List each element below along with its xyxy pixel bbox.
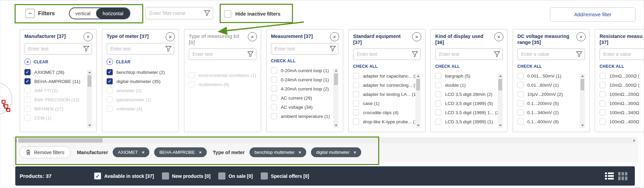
scroll-left-arrow[interactable] (15, 139, 17, 142)
checkbox[interactable] (353, 109, 359, 116)
scroll-up-arrow[interactable] (417, 75, 420, 77)
scroll-right-arrow[interactable] (633, 139, 635, 142)
filter-option-row[interactable]: 0.001...50mV (1) (517, 73, 578, 79)
toggle-available-in-stock[interactable]: ✓ Available in stock [37] (94, 172, 154, 180)
filter-option-row[interactable]: AIM-TTI (2) (24, 87, 85, 93)
vertical-scrollbar[interactable] (498, 74, 503, 128)
filter-option-row[interactable]: ✓AXIOMET (26) (24, 69, 85, 75)
checkbox[interactable] (162, 172, 169, 180)
filter-option-row[interactable]: 100mΩ...200Ω (600, 91, 644, 97)
toggle-special-offers[interactable]: Special offers [0] (261, 172, 309, 180)
filter-option-row[interactable]: AC current (29) (271, 95, 332, 101)
grid-view-icon[interactable] (618, 172, 627, 180)
scroll-down-arrow[interactable] (581, 125, 584, 126)
checkbox[interactable]: ✓ (24, 78, 31, 84)
checkbox[interactable] (435, 119, 441, 125)
checkbox[interactable] (271, 113, 277, 119)
close-icon[interactable]: × (248, 32, 257, 41)
filter-chip[interactable]: AXIOMET × (113, 147, 149, 157)
filter-option-row[interactable]: CEM (1) (24, 115, 85, 121)
filter-option-row[interactable]: crocodile clips (4) (353, 109, 414, 116)
filter-option-row[interactable]: drop-like K-type probe... (1) (353, 119, 414, 125)
scroll-thumb[interactable] (334, 74, 338, 85)
filter-option-row[interactable]: double (1) (435, 82, 496, 88)
checkbox[interactable] (517, 91, 523, 97)
filter-option-row[interactable]: adapter for testing LA... (1) (353, 91, 414, 97)
check-all-button[interactable]: CHECK ALL (271, 59, 338, 63)
chip-close-icon[interactable]: × (353, 150, 356, 155)
checkbox[interactable] (600, 91, 606, 97)
scroll-up-arrow[interactable] (88, 71, 91, 73)
filter-option-row[interactable]: 0.1...340mV (2) (517, 109, 578, 116)
vertical-scrollbar[interactable] (333, 68, 338, 128)
checkbox[interactable]: ✓ (107, 78, 113, 84)
filter-option-row[interactable]: ✓digital multimeter (35) (107, 78, 167, 84)
filter-option-row[interactable]: LCD 3,5 digit (1999) 1... (2) (435, 109, 496, 116)
vertical-scrollbar[interactable] (580, 74, 585, 128)
checkbox[interactable] (435, 109, 441, 116)
scroll-up-arrow[interactable] (335, 70, 337, 71)
filter-option-row[interactable]: 10mΩ...200Ω ( (600, 73, 644, 79)
checkbox[interactable] (517, 73, 523, 79)
filter-chip[interactable]: benchtop multimeter × (250, 147, 306, 157)
filter-column-search-input[interactable] (435, 48, 503, 60)
close-icon[interactable]: × (84, 32, 93, 41)
checkbox[interactable] (517, 82, 523, 88)
scroll-thumb[interactable] (498, 79, 502, 90)
filter-option-row[interactable]: 0-20mA current loop (1) (271, 67, 332, 74)
filter-column-search-input[interactable] (517, 48, 585, 60)
checkbox[interactable] (517, 109, 523, 116)
checkbox[interactable] (271, 86, 277, 92)
filter-option-row[interactable]: 0.1...200mV (5) (517, 100, 578, 106)
filter-name-input[interactable] (145, 7, 213, 19)
close-icon[interactable]: × (330, 32, 339, 41)
filter-chip[interactable]: BEHA-AMPROBE × (154, 147, 206, 157)
clear-button[interactable]: ×CLEAR (24, 59, 92, 65)
checkbox[interactable] (107, 106, 113, 112)
checkbox[interactable] (271, 104, 277, 110)
checkbox[interactable] (107, 87, 113, 93)
scroll-thumb[interactable] (88, 75, 91, 87)
filter-column-search-input[interactable] (353, 48, 421, 60)
filter-option-row[interactable]: LCD 3,5 digit 28mm (2) (435, 91, 496, 97)
filter-column-search-input[interactable] (24, 43, 92, 55)
filter-option-row[interactable]: 0.01...60mV (1) (517, 82, 578, 88)
toggle-option-horizontal[interactable]: horizontal (96, 8, 130, 19)
add-remove-filter-button[interactable]: Add/remove filter (550, 7, 636, 22)
filter-option-row[interactable]: adapter for connecting... (3) (353, 82, 414, 88)
filter-option-row[interactable]: ammeter (2) (107, 87, 167, 93)
check-all-button[interactable]: CHECK ALL (435, 64, 503, 69)
filter-option-row[interactable]: ✓benchtop multimeter (2) (107, 69, 167, 75)
checkbox[interactable] (189, 81, 195, 87)
checkbox[interactable] (600, 100, 606, 106)
filter-option-row[interactable]: environmental conditions (1) (189, 72, 250, 78)
chip-close-icon[interactable]: × (199, 150, 202, 155)
checkbox[interactable]: ✓ (24, 69, 31, 75)
checkbox[interactable] (517, 119, 523, 125)
check-all-button[interactable]: CHECK ALL (600, 64, 644, 69)
toggle-on-sale[interactable]: On sale [0] (218, 172, 253, 180)
vertical-scrollbar[interactable] (87, 70, 92, 128)
sitemap-icon[interactable] (1, 100, 11, 112)
orientation-toggle[interactable]: vertical horizontal (69, 7, 130, 19)
filter-option-row[interactable]: 100mΩ...300Ω (600, 100, 644, 106)
filter-column-search-input[interactable] (107, 43, 174, 55)
chip-close-icon[interactable]: × (142, 150, 145, 155)
filter-option-row[interactable]: voltmeter (4) (107, 106, 167, 112)
filter-option-row[interactable]: ✓BEHA-AMPROBE (11) (24, 78, 85, 84)
filter-chip[interactable]: digital multimeter × (311, 147, 361, 157)
filter-option-row[interactable]: 100mΩ...340Ω (600, 109, 644, 116)
filter-option-row[interactable]: adapter for capacitanc... (2) (353, 73, 414, 79)
filter-column-search-input[interactable] (600, 48, 644, 60)
filter-option-row[interactable]: 10µV...200mV (2) (517, 91, 578, 97)
filter-option-row[interactable]: multimeters (6) (189, 81, 250, 87)
checkbox[interactable] (517, 100, 523, 106)
checkbox[interactable] (435, 91, 441, 97)
checkbox[interactable] (353, 73, 359, 79)
scroll-thumb[interactable] (581, 79, 584, 90)
filter-option-row[interactable]: 100mΩ...400Ω (600, 119, 644, 125)
scroll-down-arrow[interactable] (417, 125, 420, 126)
filter-option-row[interactable]: 0.1...400mV (9) (517, 119, 578, 125)
close-icon[interactable]: × (412, 32, 421, 41)
filter-option-row[interactable]: ambient temperature (1) (271, 113, 332, 119)
